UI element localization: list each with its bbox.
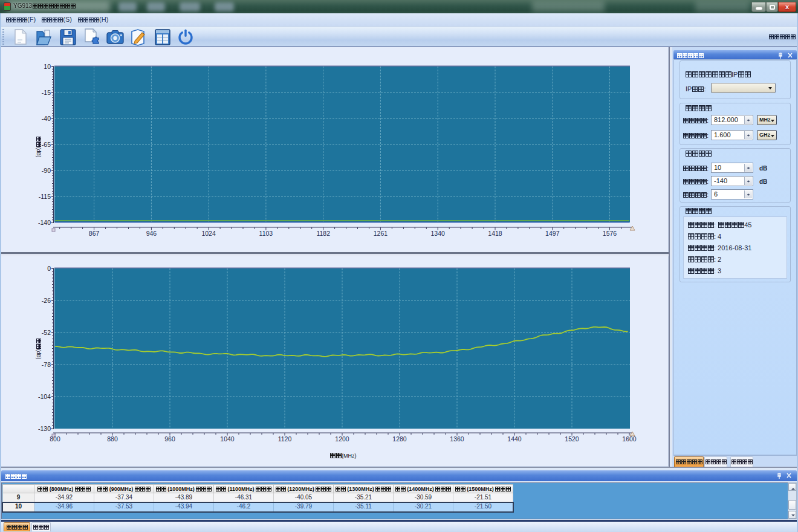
svg-text:-115: -115 (39, 193, 51, 200)
svg-text:-65: -65 (42, 141, 51, 148)
svg-text:10: 10 (44, 63, 51, 70)
svg-text:946: 946 (146, 230, 157, 237)
svg-text:880: 880 (107, 435, 118, 443)
svg-text:1497: 1497 (545, 230, 560, 237)
svg-text:-78: -78 (42, 361, 51, 368)
svg-text:-26: -26 (42, 297, 51, 304)
svg-text:-40: -40 (42, 115, 51, 122)
svg-text:1103: 1103 (259, 230, 273, 237)
svg-text:1600: 1600 (622, 435, 637, 443)
svg-text:1360: 1360 (450, 435, 464, 443)
svg-text:-130: -130 (38, 425, 51, 432)
svg-text:-15: -15 (42, 89, 51, 96)
svg-text:1040: 1040 (220, 435, 235, 443)
svg-text:1418: 1418 (488, 230, 502, 237)
svg-text:960: 960 (164, 435, 175, 443)
svg-text:1576: 1576 (603, 230, 617, 237)
svg-text:-104: -104 (38, 393, 51, 400)
svg-text:1440: 1440 (507, 435, 522, 443)
svg-text:1340: 1340 (431, 230, 446, 237)
svg-text:-52: -52 (42, 329, 51, 336)
svg-text:800: 800 (50, 435, 60, 443)
svg-text:1280: 1280 (392, 435, 407, 443)
svg-text:1200: 1200 (335, 435, 349, 443)
svg-text:1024: 1024 (201, 230, 216, 237)
svg-text:-140: -140 (38, 219, 51, 226)
svg-text:1261: 1261 (374, 230, 388, 237)
svg-text:1520: 1520 (565, 435, 579, 443)
svg-text:1120: 1120 (278, 435, 292, 443)
svg-text:1182: 1182 (316, 230, 330, 237)
svg-text:0: 0 (47, 265, 51, 272)
svg-text:867: 867 (89, 230, 100, 237)
svg-text:-90: -90 (42, 167, 51, 174)
